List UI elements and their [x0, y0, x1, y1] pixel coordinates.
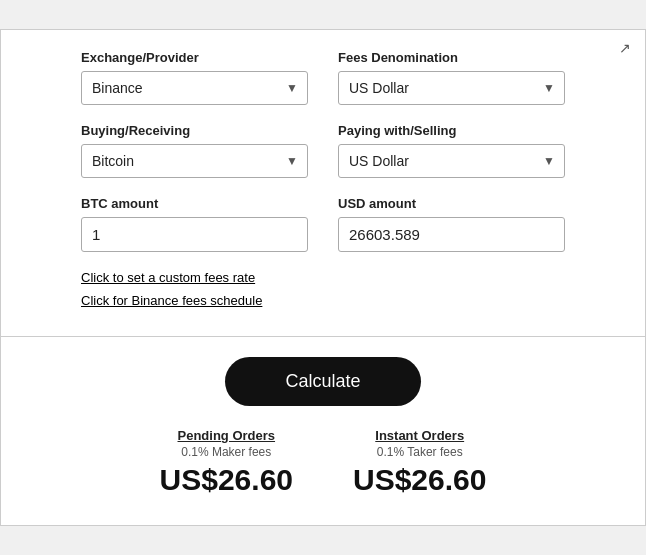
btc-amount-input[interactable]	[81, 217, 308, 252]
fees-denom-select-wrapper: US Dollar BTC EUR ▼	[338, 71, 565, 105]
paying-label: Paying with/Selling	[338, 123, 565, 138]
bottom-section: Calculate Pending Orders 0.1% Maker fees…	[1, 337, 645, 525]
btc-amount-group: BTC amount	[81, 196, 308, 252]
exchange-select[interactable]: Binance Coinbase Kraken	[81, 71, 308, 105]
calculate-button[interactable]: Calculate	[225, 357, 420, 406]
row-exchange-fees: Exchange/Provider Binance Coinbase Krake…	[81, 50, 565, 105]
fees-denom-select[interactable]: US Dollar BTC EUR	[338, 71, 565, 105]
pending-orders-value: US$26.60	[160, 463, 293, 497]
pending-orders-result: Pending Orders 0.1% Maker fees US$26.60	[160, 428, 293, 497]
instant-orders-result: Instant Orders 0.1% Taker fees US$26.60	[353, 428, 486, 497]
paying-select-wrapper: US Dollar EUR GBP ▼	[338, 144, 565, 178]
external-link-icon[interactable]: ↗	[619, 40, 631, 56]
results-row: Pending Orders 0.1% Maker fees US$26.60 …	[81, 428, 565, 497]
fees-denom-label: Fees Denomination	[338, 50, 565, 65]
btc-amount-label: BTC amount	[81, 196, 308, 211]
usd-amount-label: USD amount	[338, 196, 565, 211]
instant-orders-sublabel: 0.1% Taker fees	[377, 445, 463, 459]
pending-orders-label: Pending Orders	[178, 428, 276, 443]
buying-select[interactable]: Bitcoin Ethereum Litecoin	[81, 144, 308, 178]
paying-group: Paying with/Selling US Dollar EUR GBP ▼	[338, 123, 565, 178]
buying-label: Buying/Receiving	[81, 123, 308, 138]
usd-amount-input[interactable]	[338, 217, 565, 252]
paying-select[interactable]: US Dollar EUR GBP	[338, 144, 565, 178]
instant-orders-value: US$26.60	[353, 463, 486, 497]
buying-group: Buying/Receiving Bitcoin Ethereum Liteco…	[81, 123, 308, 178]
pending-orders-sublabel: 0.1% Maker fees	[181, 445, 271, 459]
fees-denom-group: Fees Denomination US Dollar BTC EUR ▼	[338, 50, 565, 105]
row-amounts: BTC amount USD amount	[81, 196, 565, 252]
exchange-select-wrapper: Binance Coinbase Kraken ▼	[81, 71, 308, 105]
row-buying-paying: Buying/Receiving Bitcoin Ethereum Liteco…	[81, 123, 565, 178]
usd-amount-group: USD amount	[338, 196, 565, 252]
fees-schedule-link[interactable]: Click for Binance fees schedule	[81, 293, 565, 308]
calculator-container: ↗ Exchange/Provider Binance Coinbase Kra…	[0, 29, 646, 526]
exchange-label: Exchange/Provider	[81, 50, 308, 65]
exchange-group: Exchange/Provider Binance Coinbase Krake…	[81, 50, 308, 105]
links-section: Click to set a custom fees rate Click fo…	[81, 270, 565, 308]
custom-fees-link[interactable]: Click to set a custom fees rate	[81, 270, 565, 285]
top-section: ↗ Exchange/Provider Binance Coinbase Kra…	[1, 30, 645, 337]
instant-orders-label: Instant Orders	[375, 428, 464, 443]
buying-select-wrapper: Bitcoin Ethereum Litecoin ▼	[81, 144, 308, 178]
